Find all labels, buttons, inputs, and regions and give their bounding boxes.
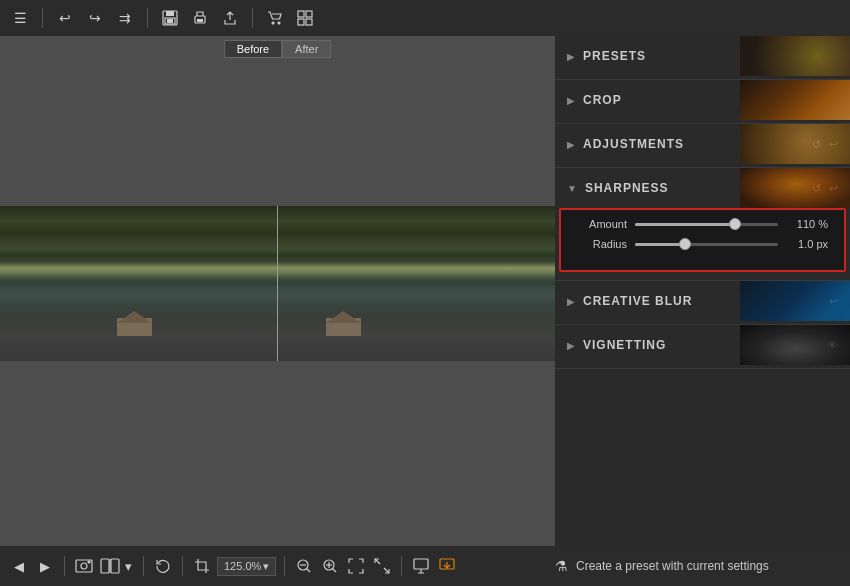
house-after bbox=[326, 311, 361, 336]
separator-2 bbox=[147, 8, 148, 28]
crop-header[interactable]: ▶ CROP bbox=[555, 80, 850, 120]
svg-rect-3 bbox=[167, 19, 173, 23]
separator5 bbox=[401, 556, 402, 576]
sharpness-section: ▼ SHARPNESS ↺ ↩ Amount 110 % bbox=[555, 168, 850, 281]
adjustments-chevron: ▶ bbox=[567, 139, 575, 150]
adjustments-section: ▶ ADJUSTMENTS ↺ ↩ bbox=[555, 124, 850, 168]
menu-icon[interactable]: ☰ bbox=[8, 6, 32, 30]
separator3 bbox=[182, 556, 183, 576]
radius-label: Radius bbox=[577, 238, 627, 250]
amount-label: Amount bbox=[577, 218, 627, 230]
compare-button[interactable] bbox=[99, 555, 121, 577]
compare-dropdown[interactable]: ▾ bbox=[121, 555, 135, 577]
crop-section: ▶ CROP bbox=[555, 80, 850, 124]
save-button[interactable] bbox=[158, 6, 182, 30]
sharpness-chevron: ▼ bbox=[567, 183, 577, 194]
canvas-gray-bottom bbox=[0, 361, 555, 546]
crop-tool-button[interactable] bbox=[191, 555, 213, 577]
cart-button[interactable] bbox=[263, 6, 287, 30]
zoom-value: 125.0% bbox=[224, 560, 261, 572]
after-panel bbox=[278, 206, 555, 361]
svg-rect-8 bbox=[298, 11, 304, 17]
presets-section: ▶ PRESETS bbox=[555, 36, 850, 80]
zoom-in-button[interactable] bbox=[319, 555, 341, 577]
svg-point-7 bbox=[278, 22, 280, 24]
right-panel: ▶ PRESETS ▶ CROP ▶ ADJUSTMENTS ↺ bbox=[555, 36, 850, 546]
main-area: Before After bbox=[0, 36, 850, 546]
canvas-area: Before After bbox=[0, 36, 555, 546]
adjustments-header[interactable]: ▶ ADJUSTMENTS ↺ ↩ bbox=[555, 124, 850, 164]
svg-line-22 bbox=[333, 569, 337, 573]
vignetting-chevron: ▶ bbox=[567, 340, 575, 351]
radius-value: 1.0 px bbox=[786, 238, 828, 250]
vignetting-header[interactable]: ▶ VIGNETTING 👁 bbox=[555, 325, 850, 365]
presets-header[interactable]: ▶ PRESETS bbox=[555, 36, 850, 76]
svg-line-19 bbox=[307, 569, 311, 573]
sharpness-thumbnail bbox=[740, 168, 850, 208]
before-after-tabs: Before After bbox=[224, 40, 332, 58]
flask-icon: ⚗ bbox=[555, 558, 568, 574]
export-button[interactable] bbox=[410, 555, 432, 577]
orange-export-button[interactable] bbox=[436, 555, 458, 577]
vignetting-thumbnail bbox=[740, 325, 850, 365]
scale-button[interactable] bbox=[371, 555, 393, 577]
top-toolbar: ☰ ↩ ↪ ⇉ bbox=[0, 0, 850, 36]
amount-thumb[interactable] bbox=[729, 218, 741, 230]
after-image bbox=[278, 206, 555, 361]
zoom-dropdown-icon: ▾ bbox=[263, 560, 269, 573]
create-preset-button[interactable]: ⚗ Create a preset with current settings bbox=[547, 558, 842, 574]
zoom-display[interactable]: 125.0% ▾ bbox=[217, 557, 276, 576]
svg-rect-25 bbox=[414, 559, 428, 569]
before-image bbox=[0, 206, 277, 361]
separator4 bbox=[284, 556, 285, 576]
canvas-gray-top bbox=[0, 36, 555, 206]
rotate-button[interactable] bbox=[152, 555, 174, 577]
grid-button[interactable] bbox=[293, 6, 317, 30]
before-tab[interactable]: Before bbox=[224, 40, 282, 58]
svg-rect-11 bbox=[306, 19, 312, 25]
print-button[interactable] bbox=[188, 6, 212, 30]
amount-fill bbox=[635, 223, 735, 226]
separator2 bbox=[143, 556, 144, 576]
svg-rect-10 bbox=[298, 19, 304, 25]
house-before bbox=[117, 311, 152, 336]
svg-rect-9 bbox=[306, 11, 312, 17]
forward-button[interactable]: ⇉ bbox=[113, 6, 137, 30]
sharpness-header[interactable]: ▼ SHARPNESS ↺ ↩ bbox=[555, 168, 850, 208]
svg-point-14 bbox=[88, 561, 90, 563]
after-tab[interactable]: After bbox=[282, 40, 331, 58]
amount-slider[interactable] bbox=[635, 223, 778, 226]
creative-blur-header[interactable]: ▶ CREATIVE BLUR ↩ bbox=[555, 281, 850, 321]
radius-fill bbox=[635, 243, 685, 246]
next-button[interactable]: ▶ bbox=[34, 555, 56, 577]
radius-row: Radius 1.0 px bbox=[577, 238, 828, 250]
photo-icon[interactable] bbox=[73, 555, 95, 577]
adjustments-thumbnail bbox=[740, 124, 850, 164]
crop-thumbnail bbox=[740, 80, 850, 120]
separator bbox=[64, 556, 65, 576]
amount-value: 110 % bbox=[786, 218, 828, 230]
undo-button[interactable]: ↩ bbox=[53, 6, 77, 30]
presets-chevron: ▶ bbox=[567, 51, 575, 62]
share-button[interactable] bbox=[218, 6, 242, 30]
radius-slider[interactable] bbox=[635, 243, 778, 246]
blur-thumbnail bbox=[740, 281, 850, 321]
create-preset-label: Create a preset with current settings bbox=[576, 559, 769, 573]
blur-chevron: ▶ bbox=[567, 296, 575, 307]
image-split-view bbox=[0, 206, 555, 361]
separator-3 bbox=[252, 8, 253, 28]
amount-row: Amount 110 % bbox=[577, 218, 828, 230]
prev-button[interactable]: ◀ bbox=[8, 555, 30, 577]
svg-point-13 bbox=[81, 563, 87, 569]
svg-rect-5 bbox=[197, 19, 203, 22]
redo-button[interactable]: ↪ bbox=[83, 6, 107, 30]
crop-chevron: ▶ bbox=[567, 95, 575, 106]
fit-button[interactable] bbox=[345, 555, 367, 577]
svg-rect-1 bbox=[166, 11, 174, 16]
radius-thumb[interactable] bbox=[679, 238, 691, 250]
presets-thumbnail bbox=[740, 36, 850, 76]
zoom-out-button[interactable] bbox=[293, 555, 315, 577]
sharpness-controls: Amount 110 % Radius 1.0 px bbox=[559, 208, 846, 272]
separator-1 bbox=[42, 8, 43, 28]
bottom-bar: ◀ ▶ ▾ bbox=[0, 546, 850, 586]
